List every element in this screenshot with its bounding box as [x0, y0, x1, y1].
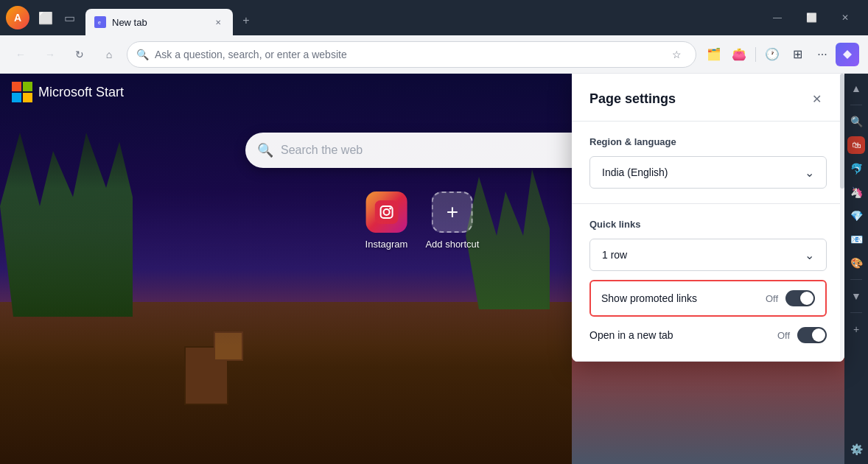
profile-avatar[interactable]: A — [6, 6, 29, 29]
browser-wallet-icon[interactable]: 👛 — [727, 43, 751, 66]
rs-microsoft365-btn[interactable]: 💎 — [847, 207, 865, 225]
refresh-button[interactable]: ↻ — [68, 43, 91, 66]
quick-links-row: Instagram + Add shortcut — [365, 191, 480, 250]
region-language-arrow-icon: ⌄ — [805, 166, 814, 180]
region-language-section: Region & language India (English) ⌄ — [572, 122, 844, 204]
microsoft-start-text: Microsoft Start — [38, 85, 124, 100]
flag-q4 — [23, 93, 32, 102]
forward-button[interactable]: → — [38, 43, 62, 66]
window-controls: — ⬜ ✕ — [760, 6, 862, 29]
rs-dolphin-btn[interactable]: 🐬 — [847, 160, 865, 177]
minimize-button[interactable]: — — [760, 6, 794, 29]
right-sidebar: ▲ 🔍 🛍 🐬 🦄 💎 📧 🎨 ▼ + ⚙️ — [844, 74, 868, 464]
add-shortcut-icon: + — [432, 191, 473, 233]
vertical-tabs-icon[interactable]: ▭ — [59, 7, 80, 28]
copilot-button[interactable] — [836, 43, 859, 66]
toggle-knob — [800, 292, 813, 305]
svg-text:e: e — [98, 20, 101, 25]
nt-search-container: 🔍 Search the web — [245, 133, 599, 168]
flag-q2 — [23, 82, 32, 91]
quick-links-rows-dropdown[interactable]: 1 row ⌄ — [589, 239, 827, 271]
add-shortcut-label: Add shortcut — [425, 239, 479, 250]
show-promoted-links-state: Off — [766, 293, 778, 304]
tab-favicon: e — [94, 16, 106, 28]
rs-separator-1 — [850, 105, 862, 105]
tabs-container: e New tab ✕ + — [85, 0, 755, 35]
show-promoted-links-label: Show promoted links — [601, 292, 697, 304]
region-language-value: India (English) — [602, 166, 668, 178]
page-settings-panel: Page settings ✕ Region & language India … — [572, 74, 844, 362]
open-new-tab-label: Open in a new tab — [589, 329, 673, 341]
microsoft-start-logo: Microsoft Start — [12, 82, 124, 102]
ms-flag-icon — [12, 82, 32, 102]
rs-outlook-btn[interactable]: 📧 — [847, 231, 865, 248]
show-promoted-links-control: Off — [766, 290, 815, 306]
quick-links-rows-arrow-icon: ⌄ — [805, 248, 814, 262]
navigation-bar: ← → ↻ ⌂ 🔍 Ask a question, search, or ent… — [0, 35, 868, 74]
settings-scrollbar-thumb — [840, 74, 844, 189]
settings-scrollbar[interactable] — [840, 74, 844, 362]
address-text: Ask a question, search, or enter a websi… — [155, 49, 660, 60]
open-new-tab-state: Off — [777, 330, 790, 341]
rs-search-btn[interactable]: 🔍 — [847, 113, 865, 130]
collections-icon[interactable]: 🗂️ — [702, 43, 726, 66]
instagram-label: Instagram — [365, 239, 408, 250]
quick-links-rows-value: 1 row — [602, 249, 627, 261]
nav-right-buttons: 🗂️ 👛 🕐 ⊞ ··· — [702, 43, 859, 66]
region-language-title: Region & language — [589, 136, 827, 147]
rs-down-arrow[interactable]: ▼ — [847, 287, 865, 305]
browser-window: A ⬜ ▭ e New tab ✕ + — ⬜ ✕ ← → ↻ ⌂ 🔍 — [0, 0, 868, 464]
nav-divider — [755, 47, 756, 62]
settings-panel-title: Page settings — [589, 91, 676, 107]
show-promoted-links-toggle[interactable] — [785, 290, 815, 306]
rs-separator-3 — [850, 312, 862, 313]
tab-close-button[interactable]: ✕ — [212, 16, 224, 28]
settings-panel-close-button[interactable]: ✕ — [806, 88, 827, 109]
favorites-icon[interactable]: ☆ — [666, 44, 687, 65]
more-options-button[interactable]: ··· — [811, 43, 834, 66]
nt-search-icon: 🔍 — [257, 142, 273, 158]
tab-bar-icons: ⬜ ▭ — [35, 7, 80, 28]
open-new-tab-row: Open in a new tab Off — [589, 317, 827, 346]
tab-title: New tab — [112, 17, 206, 28]
maximize-button[interactable]: ⬜ — [794, 6, 828, 29]
settings-panel-header: Page settings ✕ — [572, 74, 844, 122]
tab-groups-icon[interactable]: ⬜ — [35, 7, 56, 28]
nt-search-placeholder: Search the web — [281, 144, 587, 157]
quick-links-section-title: Quick links — [589, 219, 827, 230]
quick-links-section: Quick links 1 row ⌄ Show promoted links … — [572, 204, 844, 362]
rs-designer-btn[interactable]: 🎨 — [847, 254, 865, 272]
rs-unicorn-btn[interactable]: 🦄 — [847, 183, 865, 201]
rs-up-arrow[interactable]: ▲ — [847, 80, 865, 97]
address-search-icon: 🔍 — [136, 49, 149, 60]
rs-settings-btn[interactable]: ⚙️ — [847, 440, 865, 458]
flag-q1 — [12, 82, 21, 91]
screenshot-icon[interactable]: ⊞ — [785, 43, 809, 66]
main-content: Microsoft Start 📱 🏆 ⚙️ 🔍 Search the web — [0, 74, 868, 464]
address-bar[interactable]: 🔍 Ask a question, search, or enter a web… — [127, 41, 696, 68]
add-icon-symbol: + — [447, 202, 458, 222]
rs-separator-2 — [850, 279, 862, 280]
instagram-icon — [366, 191, 407, 233]
active-tab[interactable]: e New tab ✕ — [85, 9, 233, 35]
history-icon[interactable]: 🕐 — [760, 43, 784, 66]
svg-point-5 — [389, 208, 391, 210]
close-button[interactable]: ✕ — [828, 6, 862, 29]
new-tab-button[interactable]: + — [236, 10, 256, 31]
show-promoted-links-row: Show promoted links Off — [589, 280, 827, 317]
title-bar: A ⬜ ▭ e New tab ✕ + — ⬜ ✕ — [0, 0, 868, 35]
flag-q3 — [12, 93, 21, 102]
quicklink-add-shortcut[interactable]: + Add shortcut — [425, 191, 479, 250]
nt-search-box[interactable]: 🔍 Search the web — [245, 133, 599, 168]
rs-add-btn[interactable]: + — [847, 320, 865, 338]
open-new-tab-toggle[interactable] — [797, 327, 827, 343]
back-button[interactable]: ← — [9, 43, 32, 66]
rs-shopping-btn[interactable]: 🛍 — [847, 136, 865, 154]
quicklink-instagram[interactable]: Instagram — [365, 191, 408, 250]
home-button[interactable]: ⌂ — [97, 43, 121, 66]
address-bar-actions: ☆ — [666, 44, 687, 65]
open-new-tab-control: Off — [777, 327, 827, 343]
open-new-tab-knob — [812, 328, 825, 342]
svg-rect-2 — [375, 200, 399, 224]
region-language-dropdown[interactable]: India (English) ⌄ — [589, 156, 827, 189]
